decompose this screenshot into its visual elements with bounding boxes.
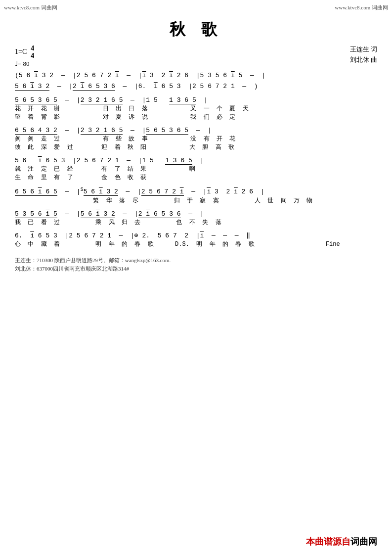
footer-text: 王连生：710300 陕西户县明道路29号。邮箱：wanglszp@163.co… (15, 256, 377, 273)
key: 1=C (15, 48, 27, 56)
lyricist: 王连生 词 (350, 45, 377, 55)
footer-line2: 刘北休：637000四川省南充市顺庆区北湖路314# (15, 265, 377, 273)
music-notation: (5 6 i 3 2 — |2 5 6 7 2 i — |i 3 2 i 2 6… (15, 71, 377, 249)
page: www.ktvc8.com 词曲网 www.ktvc8.com 词曲网 秋 歌 … (0, 0, 392, 555)
time-bottom: 4 (31, 52, 34, 59)
watermark-right: www.ktvc8.com 词曲网 (335, 4, 388, 11)
song-title: 秋 歌 (15, 19, 377, 41)
key-time-block: 1=C 4 4 ♩= 80 (15, 45, 34, 70)
footer-brand-red: 本曲谱源自 (306, 537, 350, 547)
time-signature: 4 4 (31, 45, 34, 60)
watermark-left: www.ktvc8.com 词曲网 (4, 4, 57, 11)
key-time: 1=C 4 4 (15, 45, 34, 60)
footer-divider (15, 254, 377, 254)
footer-brand: 本曲谱源自词曲网 (306, 536, 377, 548)
time-top: 4 (31, 45, 34, 52)
footer-line1: 王连生：710300 陕西户县明道路29号。邮箱：wanglszp@163.co… (15, 256, 377, 265)
composer: 刘北休 曲 (350, 55, 377, 65)
footer-brand-black: 词曲网 (350, 537, 377, 547)
composer-info: 王连生 词 刘北休 曲 (350, 45, 377, 65)
tempo: ♩= 80 (15, 60, 34, 68)
meta-line: 1=C 4 4 ♩= 80 王连生 词 刘北休 曲 (15, 45, 377, 70)
